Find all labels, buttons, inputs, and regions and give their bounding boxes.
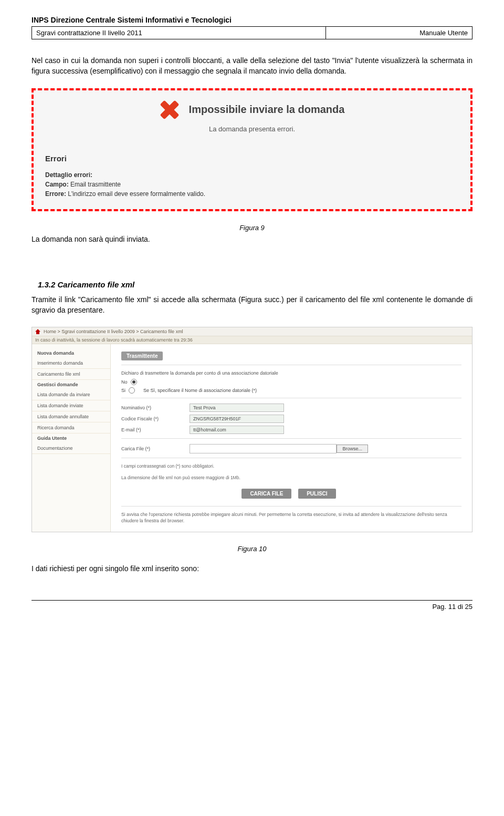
radio-no[interactable] — [131, 379, 137, 385]
figure9-caption: Figura 9 — [32, 224, 472, 232]
pulisci-button[interactable]: PULISCI — [298, 489, 335, 499]
si-note: Se Sì, specificare il Nome di associazio… — [143, 388, 257, 393]
intro-paragraph: Nel caso in cui la domanda non superi i … — [32, 55, 472, 77]
radio-no-label: No — [121, 379, 128, 385]
section-1-3-2-text: Tramite il link "Caricamento file xml" s… — [32, 294, 472, 316]
mandatory-note: I campi contrassegnati con (*) sono obbl… — [121, 463, 461, 470]
radio-si-label: Si — [121, 388, 125, 393]
errori-heading: Errori — [45, 154, 459, 163]
sidebar: Nuova domandaInserimento domandaCaricame… — [32, 344, 111, 532]
sidebar-item[interactable]: Lista domande da inviare — [32, 389, 110, 400]
error-cross-icon — [160, 100, 180, 120]
doc-header-right: Manuale Utente — [326, 27, 472, 39]
error-detail: Dettaglio errori: Campo: Email trasmitte… — [45, 170, 459, 199]
sidebar-item[interactable]: Lista domande annullate — [32, 411, 110, 422]
error-subtitle: La domanda presenta errori. — [45, 125, 459, 133]
campo-value: Email trasmittente — [70, 181, 121, 188]
carica-file-button[interactable]: CARICA FILE — [242, 489, 291, 499]
errore-value: L'indirizzo email deve essere formalment… — [68, 190, 205, 198]
cf-label: Codice Fiscale (*) — [121, 416, 184, 421]
sidebar-item[interactable]: Ricerca domanda — [32, 422, 110, 433]
doc-header-left: Sgravi contrattazione II livello 2011 — [32, 27, 326, 39]
figure10-caption: Figura 10 — [32, 545, 472, 553]
sidebar-group-heading: Gestisci domande — [32, 380, 110, 389]
session-timer: In caso di inattività, la sessione di la… — [32, 336, 472, 344]
file-label: Carica File (*) — [121, 446, 184, 451]
error-title: Impossibile inviare la domanda — [189, 104, 345, 116]
sidebar-item[interactable]: Documentazione — [32, 443, 110, 454]
campo-label: Campo: — [45, 181, 69, 188]
doc-header-org: INPS Direzione Centrale Sistemi Informat… — [32, 16, 472, 24]
after-fig9-text: La domanda non sarà quindi inviata. — [32, 235, 472, 243]
footer: Pag. 11 di 25 — [32, 600, 472, 611]
home-icon — [35, 329, 40, 334]
warning-note: Si avvisa che l'operazione richiesta pot… — [121, 512, 461, 524]
browse-button[interactable]: Browse... — [337, 445, 368, 453]
nominativo-label: Nominativo (*) — [121, 405, 184, 410]
sidebar-group-heading: Guida Utente — [32, 433, 110, 443]
email-label: E-mail (*) — [121, 427, 184, 432]
error-screenshot: Impossibile inviare la domanda La domand… — [32, 88, 472, 211]
content-pane: Trasmittente Dichiaro di trasmettere la … — [111, 344, 472, 532]
sidebar-item[interactable]: Caricamento file xml — [32, 369, 110, 380]
breadcrumb-bar: Home > Sgravi contrattazione II livello … — [32, 327, 472, 336]
detail-label: Dettaglio errori: — [45, 171, 92, 179]
file-input[interactable] — [190, 444, 337, 453]
after-fig10-text: I dati richiesti per ogni singolo file x… — [32, 563, 472, 574]
upload-screenshot: Home > Sgravi contrattazione II livello … — [32, 327, 472, 532]
radio-si[interactable] — [129, 387, 135, 394]
page-number: Pag. 11 di 25 — [32, 603, 472, 611]
sidebar-group-heading: Nuova domanda — [32, 348, 110, 358]
doc-header-table: Sgravi contrattazione II livello 2011 Ma… — [32, 26, 472, 39]
email-input[interactable]: tt@hotmail.com — [190, 426, 284, 434]
nominativo-input[interactable]: Test Prova — [190, 404, 284, 412]
tab-trasmittente[interactable]: Trasmittente — [121, 352, 163, 360]
section-1-3-2-heading: 1.3.2 Caricamento file xml — [38, 280, 472, 289]
breadcrumb-text: Home > Sgravi contrattazione II livello … — [44, 329, 183, 334]
cf-input[interactable]: ZNGSRG58T29H501F — [190, 415, 284, 423]
sidebar-item[interactable]: Lista domande inviate — [32, 400, 110, 411]
declare-text: Dichiaro di trasmettere la domanda per c… — [121, 370, 461, 376]
size-note: La dimensione del file xml non può esser… — [121, 475, 461, 481]
sidebar-item[interactable]: Inserimento domanda — [32, 358, 110, 369]
errore-label: Errore: — [45, 190, 66, 198]
